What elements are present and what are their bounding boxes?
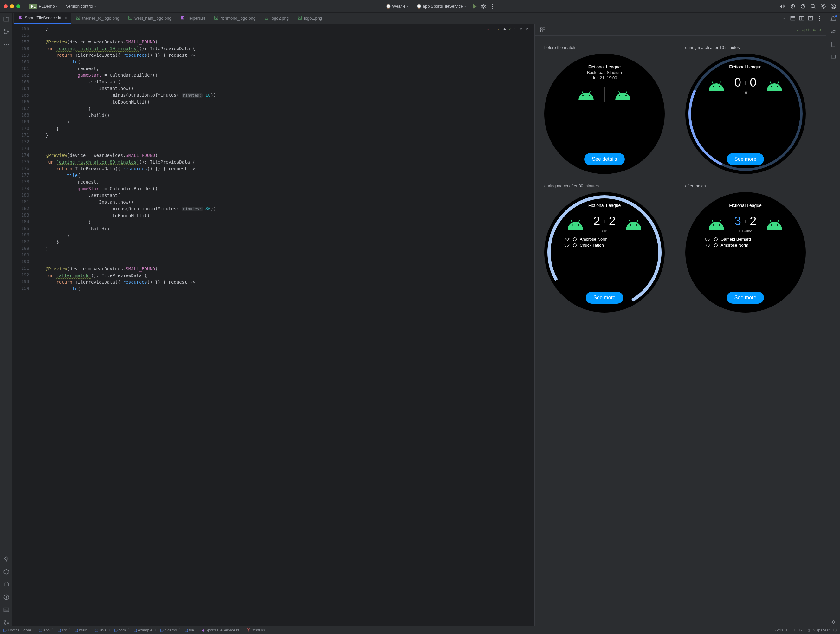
preview-layout-icon[interactable] bbox=[540, 27, 546, 33]
search-icon[interactable] bbox=[810, 3, 816, 9]
preview-mode-icon[interactable] bbox=[808, 16, 813, 21]
sync-icon[interactable] bbox=[800, 3, 806, 9]
notifications-icon[interactable] bbox=[830, 16, 837, 22]
project-tool-icon[interactable] bbox=[3, 16, 9, 22]
editor-layout-icon[interactable] bbox=[790, 16, 796, 21]
svg-point-8 bbox=[833, 5, 834, 6]
breadcrumb-segment[interactable]: ▢ tile bbox=[185, 628, 194, 632]
right-toolbar bbox=[826, 13, 840, 626]
run-button[interactable] bbox=[472, 3, 477, 9]
account-icon[interactable] bbox=[831, 3, 836, 9]
breadcrumb-segment[interactable]: ▢ FootballScore bbox=[3, 628, 31, 632]
breadcrumb-segment[interactable]: ▢ java bbox=[95, 628, 106, 632]
svg-point-38 bbox=[819, 20, 820, 21]
minimize-window[interactable] bbox=[10, 5, 14, 8]
more-button[interactable] bbox=[489, 3, 495, 9]
preview-cell: during match after 10 minutesFictional L… bbox=[685, 45, 817, 174]
watch-face-preview[interactable]: Fictional LeagueBack road StadiumJun 21,… bbox=[544, 54, 665, 174]
services-tool-icon[interactable] bbox=[3, 569, 9, 575]
tabs-more-icon[interactable] bbox=[816, 16, 822, 21]
code-editor[interactable]: 155 156 157 158 159 160 161 162 163 164 … bbox=[13, 24, 534, 626]
editor-tab[interactable]: logo1.png bbox=[293, 13, 327, 24]
svg-point-15 bbox=[5, 582, 6, 583]
preview-status: ✓ Up-to-date bbox=[796, 27, 821, 32]
terminal-tool-icon[interactable] bbox=[3, 607, 9, 613]
editor-tab[interactable]: logo2.png bbox=[260, 13, 293, 24]
inspection-widget[interactable]: ⚠1 ⚠4 ✓5 ᐱ ᐯ bbox=[487, 26, 528, 33]
breadcrumb-segment[interactable]: ▢ src bbox=[57, 628, 67, 632]
check-icon: ✓ bbox=[796, 27, 800, 32]
left-toolbar bbox=[0, 13, 13, 626]
encoding[interactable]: UTF-8 bbox=[794, 628, 805, 632]
indent-widget[interactable]: 2 spaces* bbox=[813, 628, 830, 632]
debug-button[interactable] bbox=[480, 3, 486, 9]
editor-tab[interactable]: themes_fc_logo.png bbox=[71, 13, 124, 24]
module-icon: ▢ bbox=[3, 628, 7, 632]
svg-rect-42 bbox=[832, 42, 835, 47]
close-tab-icon[interactable]: × bbox=[64, 16, 67, 21]
team-logo-icon bbox=[707, 79, 726, 91]
breadcrumb-segment[interactable]: ▢ example bbox=[133, 628, 152, 632]
caret-position[interactable]: 56:43 bbox=[774, 628, 783, 632]
breadcrumbs[interactable]: ▢ FootballScore〉▢ app〉▢ src〉▢ main〉▢ jav… bbox=[3, 627, 268, 633]
watch-face-preview[interactable]: Fictional League0|010'See more bbox=[685, 54, 806, 174]
vcs-tool-icon[interactable] bbox=[3, 620, 9, 626]
device-selector[interactable]: ⌚ Wear 4 ▾ bbox=[383, 3, 411, 10]
file-type-icon bbox=[18, 15, 23, 21]
breadcrumb-segment[interactable]: ⓕ resources bbox=[246, 627, 268, 633]
code-with-me-icon[interactable] bbox=[780, 3, 785, 9]
structure-tool-icon[interactable] bbox=[3, 28, 9, 35]
preview-pane: ✓ Up-to-date before the matchFictional L… bbox=[534, 24, 826, 626]
project-name: PLDemo bbox=[39, 4, 55, 9]
line-ending[interactable]: LF bbox=[786, 628, 791, 632]
settings-icon[interactable] bbox=[820, 3, 826, 9]
updates-icon[interactable] bbox=[790, 3, 796, 9]
watch-action-button[interactable]: See details bbox=[584, 153, 624, 165]
maximize-window[interactable] bbox=[16, 5, 20, 8]
device-manager-icon[interactable] bbox=[830, 41, 837, 47]
goal-icon bbox=[714, 237, 718, 241]
more-tool-icon[interactable] bbox=[3, 41, 9, 47]
breadcrumb-segment[interactable]: ▢ com bbox=[114, 628, 126, 632]
editor-tab[interactable]: Helpers.kt bbox=[176, 13, 210, 24]
split-icon[interactable] bbox=[799, 16, 805, 21]
logcat-tool-icon[interactable] bbox=[3, 581, 9, 588]
project-selector[interactable]: PL PLDemo ▾ bbox=[24, 3, 60, 10]
tab-label: logo2.png bbox=[271, 16, 289, 21]
file-type-icon bbox=[298, 16, 302, 21]
ai-assistant-icon[interactable] bbox=[830, 620, 837, 626]
prev-highlight-icon[interactable]: ᐱ bbox=[520, 26, 523, 33]
svg-rect-34 bbox=[808, 16, 813, 20]
svg-point-6 bbox=[822, 5, 824, 7]
breadcrumb-segment[interactable]: ▢ app bbox=[39, 628, 49, 632]
watch-action-button[interactable]: See more bbox=[727, 292, 764, 304]
build-tool-icon[interactable] bbox=[3, 556, 9, 562]
breadcrumb-segment[interactable]: ◆ SportsTileService.kt bbox=[202, 628, 239, 632]
code-content[interactable]: } @Preview(device = WearDevices.SMALL_RO… bbox=[35, 24, 534, 626]
watch-face-preview[interactable]: Fictional League3|2Full-time85'Garfield … bbox=[685, 192, 806, 313]
breadcrumb-segment[interactable]: ▢ pldemo bbox=[160, 628, 177, 632]
watch-face-preview[interactable]: Fictional League2|280'70'Ambrose Norm55'… bbox=[544, 192, 665, 313]
problems-tool-icon[interactable] bbox=[3, 594, 9, 601]
running-devices-icon[interactable] bbox=[830, 54, 837, 60]
editor-tab[interactable]: SportsTileService.kt× bbox=[14, 13, 71, 24]
tabs-dropdown[interactable]: ▾ bbox=[781, 16, 787, 21]
svg-point-13 bbox=[6, 44, 7, 45]
svg-point-20 bbox=[4, 623, 5, 625]
status-more-icon[interactable]: ⓘ bbox=[833, 627, 837, 633]
preview-title: during match after 10 minutes bbox=[685, 45, 817, 50]
next-highlight-icon[interactable]: ᐯ bbox=[526, 26, 528, 33]
readonly-icon[interactable]: ⎘ bbox=[808, 628, 810, 632]
close-window[interactable] bbox=[4, 5, 8, 8]
breadcrumb-segment[interactable]: ▢ main bbox=[74, 628, 87, 632]
editor-tab[interactable]: richmond_logo.png bbox=[210, 13, 260, 24]
folder-icon: ▢ bbox=[39, 628, 42, 632]
editor-tab[interactable]: west_ham_logo.png bbox=[124, 13, 175, 24]
gradle-icon[interactable] bbox=[830, 28, 837, 35]
svg-point-1 bbox=[492, 4, 493, 5]
vcs-widget[interactable]: Version control ▾ bbox=[63, 3, 99, 10]
run-config-selector[interactable]: ⌚ app.SportsTileService ▾ bbox=[414, 3, 469, 10]
chevron-down-icon: ▾ bbox=[464, 5, 466, 8]
team-logo-icon bbox=[765, 218, 783, 229]
svg-point-21 bbox=[7, 622, 9, 623]
